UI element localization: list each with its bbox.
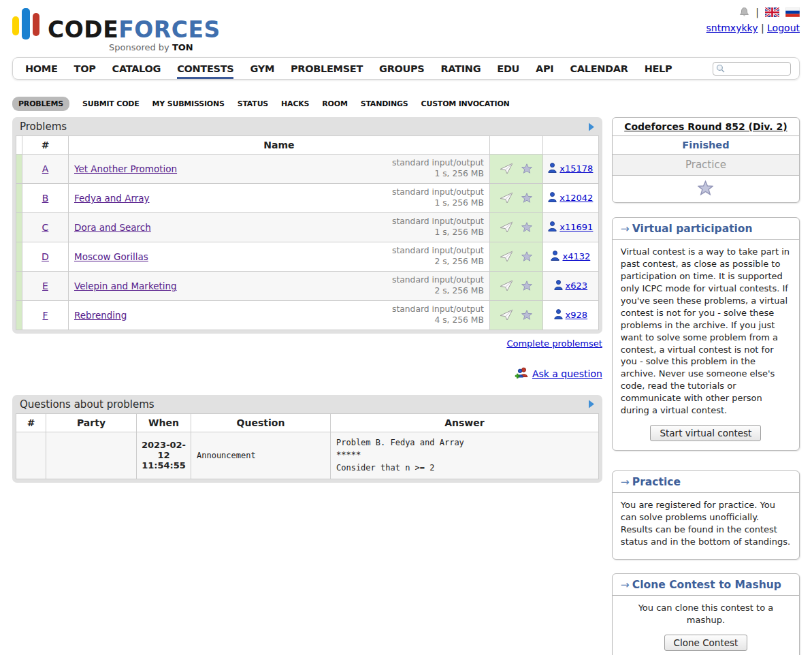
- ru-flag-icon[interactable]: [785, 7, 800, 17]
- complete-problemset-link[interactable]: Complete problemset: [506, 338, 602, 349]
- solved-person-icon: [548, 192, 557, 204]
- problem-index-link[interactable]: E: [42, 281, 48, 291]
- nav-item-catalog[interactable]: CATALOG: [112, 59, 161, 78]
- favorite-star-icon[interactable]: [521, 222, 532, 232]
- problem-index-link[interactable]: F: [42, 310, 48, 321]
- favorite-star-icon[interactable]: [521, 251, 532, 261]
- favorite-star-icon[interactable]: [521, 310, 532, 320]
- problem-name-link[interactable]: Dora and Search: [74, 222, 151, 233]
- tab-problems[interactable]: PROBLEMS: [12, 97, 69, 111]
- favorite-star-icon[interactable]: [521, 281, 532, 291]
- solved-person-icon: [548, 163, 557, 175]
- tab-status[interactable]: STATUS: [238, 99, 268, 108]
- column-header-answer: Answer: [331, 413, 599, 432]
- solved-count-link[interactable]: x4132: [562, 251, 590, 261]
- nav-item-edu[interactable]: EDU: [497, 59, 519, 78]
- nav-item-calendar[interactable]: CALENDAR: [570, 59, 628, 78]
- codeforces-logo[interactable]: CODEFORCES Sponsored by TON: [12, 7, 221, 52]
- solved-count-link[interactable]: x623: [566, 281, 588, 291]
- problem-name-link[interactable]: Fedya and Array: [74, 193, 150, 204]
- accepted-indicator: [16, 271, 22, 300]
- clone-mashup-title: Clone Contest to Mashup: [632, 579, 781, 591]
- expand-arrow-icon[interactable]: [588, 400, 595, 409]
- solved-count-link[interactable]: x928: [566, 310, 588, 320]
- column-header-actions: [489, 136, 542, 155]
- table-row: C Dora and Search standard input/output1…: [16, 212, 599, 242]
- favorite-star-icon[interactable]: [698, 180, 713, 195]
- search-icon: [716, 64, 725, 73]
- tab-standings[interactable]: STANDINGS: [361, 99, 408, 108]
- contest-title-link[interactable]: Codeforces Round 852 (Div. 2): [624, 121, 787, 132]
- accepted-indicator: [16, 212, 22, 242]
- solved-count-link[interactable]: x12042: [559, 193, 593, 203]
- problem-name-link[interactable]: Yet Another Promotion: [74, 163, 177, 174]
- search-input[interactable]: [727, 64, 785, 74]
- problem-index-link[interactable]: C: [42, 222, 49, 233]
- questions-table-container: Questions about problems # Party When Qu…: [12, 395, 602, 483]
- solved-count-link[interactable]: x15178: [559, 163, 593, 174]
- user-separator: |: [758, 22, 767, 33]
- submit-plane-icon[interactable]: [500, 163, 513, 174]
- ask-question-icon: [515, 367, 528, 381]
- submit-plane-icon[interactable]: [500, 221, 513, 233]
- problem-index-link[interactable]: B: [42, 193, 49, 204]
- submit-plane-icon[interactable]: [500, 251, 513, 262]
- practice-title: Practice: [632, 476, 681, 488]
- problems-header-row: # Name: [16, 136, 599, 155]
- nav-item-api[interactable]: API: [536, 59, 553, 78]
- search-box: [713, 62, 791, 76]
- expand-arrow-icon[interactable]: [588, 123, 595, 131]
- nav-item-contests[interactable]: CONTESTS: [177, 59, 233, 78]
- tab-custom-invocation[interactable]: CUSTOM INVOCATION: [421, 99, 510, 108]
- column-header-index: #: [22, 136, 69, 155]
- tab-hacks[interactable]: HACKS: [281, 99, 309, 108]
- submit-plane-icon[interactable]: [500, 309, 513, 321]
- solved-person-icon: [554, 280, 563, 292]
- virtual-participation-box: →Virtual participation Virtual contest i…: [612, 217, 800, 451]
- problems-table-container: Problems # Name A Yet A: [12, 117, 602, 334]
- username-link[interactable]: sntmxykky: [707, 22, 758, 33]
- table-row: A Yet Another Promotion standard input/o…: [16, 155, 599, 184]
- uk-flag-icon[interactable]: [765, 7, 779, 17]
- tab-submit-code[interactable]: SUBMIT CODE: [82, 99, 139, 108]
- logout-link[interactable]: Logout: [767, 22, 800, 33]
- nav-item-gym[interactable]: GYM: [250, 59, 274, 78]
- problem-index-link[interactable]: A: [42, 163, 49, 174]
- questions-table: # Party When Question Answer 2023-02-12 …: [16, 413, 599, 479]
- questions-caption: Questions about problems: [20, 398, 155, 411]
- favorite-star-icon[interactable]: [521, 193, 532, 203]
- submit-plane-icon[interactable]: [500, 192, 513, 204]
- column-header-question: Question: [191, 413, 331, 432]
- contest-info-box: Codeforces Round 852 (Div. 2) Finished P…: [612, 117, 800, 203]
- problems-caption-bar: Problems: [16, 117, 599, 135]
- accepted-indicator: [16, 242, 22, 271]
- tab-room[interactable]: ROOM: [322, 99, 347, 108]
- problem-limits: standard input/output2 s, 256 MB: [392, 246, 484, 268]
- clone-mashup-text: You can clone this contest to a mashup.: [613, 596, 799, 635]
- table-row: B Fedya and Array standard input/output1…: [16, 183, 599, 212]
- nav-item-home[interactable]: HOME: [25, 59, 58, 78]
- clone-contest-button[interactable]: Clone Contest: [664, 635, 748, 651]
- start-virtual-contest-button[interactable]: Start virtual contest: [650, 425, 761, 441]
- nav-item-problemset[interactable]: PROBLEMSET: [291, 59, 363, 78]
- ask-question-link[interactable]: Ask a question: [532, 368, 602, 379]
- problem-name-link[interactable]: Velepin and Marketing: [74, 281, 177, 291]
- nav-item-groups[interactable]: GROUPS: [379, 59, 424, 78]
- nav-item-top[interactable]: TOP: [74, 59, 96, 78]
- problem-index-link[interactable]: D: [42, 251, 49, 262]
- logo-code: CODE: [48, 16, 118, 43]
- problem-limits: standard input/output2 s, 256 MB: [392, 275, 484, 297]
- solved-count-link[interactable]: x11691: [559, 222, 593, 232]
- submit-plane-icon[interactable]: [500, 280, 513, 291]
- question-text: Announcement: [191, 432, 331, 479]
- practice-box: →Practice You are registered for practic…: [612, 470, 800, 560]
- nav-item-rating[interactable]: RATING: [440, 59, 481, 78]
- nav-item-help[interactable]: HELP: [645, 59, 672, 78]
- favorite-star-icon[interactable]: [521, 163, 532, 174]
- problem-name-link[interactable]: Moscow Gorillas: [74, 251, 148, 262]
- problem-name-link[interactable]: Rebrending: [74, 310, 127, 321]
- tab-my-submissions[interactable]: MY SUBMISSIONS: [152, 99, 225, 108]
- logo-text: CODEFORCES: [48, 18, 221, 41]
- bell-icon[interactable]: [739, 7, 749, 18]
- question-answer: Problem B. Fedya and Array ***** Conside…: [331, 432, 599, 479]
